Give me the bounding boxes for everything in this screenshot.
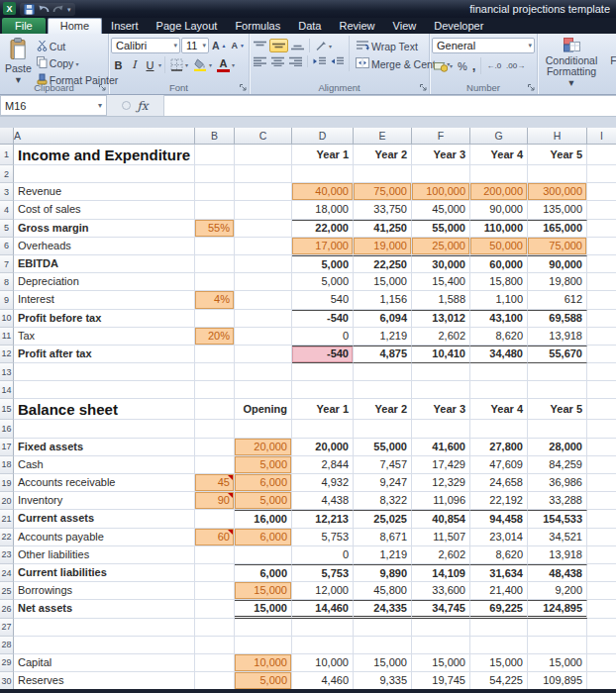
cell-F17[interactable]: 41,600 <box>412 439 470 456</box>
italic-button[interactable]: I <box>127 58 142 71</box>
cell-H30[interactable]: 109,895 <box>528 672 587 690</box>
cell-C4[interactable] <box>235 201 292 219</box>
cell-E18[interactable]: 7,457 <box>354 456 412 474</box>
cell-C19[interactable]: 6,000 <box>235 474 292 492</box>
cell-F15[interactable]: Year 3 <box>412 399 470 420</box>
cell-G30[interactable]: 54,225 <box>470 672 528 690</box>
cell-I21[interactable] <box>587 510 616 528</box>
row-header-20[interactable]: 20 <box>0 492 14 510</box>
cell-G22[interactable]: 23,014 <box>470 529 528 546</box>
row-header-17[interactable]: 17 <box>0 439 14 456</box>
cell-C29[interactable]: 10,000 <box>235 654 292 672</box>
increase-indent-icon[interactable] <box>329 55 346 67</box>
cell-B13[interactable] <box>195 363 235 381</box>
column-header-H[interactable]: H <box>528 128 587 145</box>
alignment-dialog-launcher-icon[interactable] <box>420 81 427 93</box>
cell-D4[interactable]: 18,000 <box>292 201 354 219</box>
cell-I7[interactable] <box>587 255 616 273</box>
percent-icon[interactable]: % <box>456 59 469 73</box>
cell-F16[interactable] <box>412 420 470 438</box>
cell-F28[interactable] <box>412 637 470 654</box>
cell-A21[interactable]: Current assets <box>14 510 195 528</box>
cell-H13[interactable] <box>528 363 587 381</box>
cell-G13[interactable] <box>470 363 528 381</box>
cell-B14[interactable] <box>195 381 235 399</box>
cell-B12[interactable] <box>195 346 235 363</box>
cell-G29[interactable]: 15,000 <box>470 654 528 672</box>
cell-I24[interactable] <box>587 564 616 582</box>
qat-customize-icon[interactable]: ▾ <box>67 6 71 13</box>
row-header-14[interactable]: 14 <box>0 381 14 399</box>
cell-D6[interactable]: 17,000 <box>292 238 354 255</box>
cell-B17[interactable] <box>195 439 235 456</box>
decrease-decimal-icon[interactable]: .00→ <box>504 60 527 71</box>
cell-G16[interactable] <box>470 420 528 438</box>
cell-C23[interactable] <box>235 546 292 564</box>
cell-A6[interactable]: Overheads <box>14 238 195 255</box>
cell-E4[interactable]: 33,750 <box>354 201 412 219</box>
cell-B26[interactable] <box>195 600 235 618</box>
row-header-7[interactable]: 7 <box>0 255 14 273</box>
cell-F3[interactable]: 100,000 <box>412 183 470 201</box>
cell-H20[interactable]: 33,288 <box>528 492 587 510</box>
cell-A17[interactable]: Fixed assets <box>14 439 195 456</box>
cell-E21[interactable]: 25,025 <box>354 510 412 528</box>
align-middle-icon[interactable] <box>269 39 288 52</box>
tab-page-layout[interactable]: Page Layout <box>148 18 227 34</box>
cell-I12[interactable] <box>587 346 616 363</box>
row-header-22[interactable]: 22 <box>0 529 14 546</box>
cell-G19[interactable]: 24,658 <box>470 474 528 492</box>
formula-input[interactable] <box>164 95 616 116</box>
cell-B29[interactable] <box>195 654 235 672</box>
row-header-5[interactable]: 5 <box>0 220 14 238</box>
cell-F9[interactable]: 1,588 <box>412 291 470 309</box>
cell-G24[interactable]: 31,634 <box>470 564 528 582</box>
cell-F29[interactable]: 15,000 <box>412 654 470 672</box>
cell-I1[interactable] <box>587 145 616 165</box>
cell-E25[interactable]: 45,800 <box>354 582 412 600</box>
name-box[interactable]: M16 ▾ <box>0 95 107 116</box>
cell-C8[interactable] <box>235 273 292 291</box>
cell-H25[interactable]: 9,200 <box>528 582 587 600</box>
font-dialog-launcher-icon[interactable] <box>240 81 247 93</box>
cell-G4[interactable]: 90,000 <box>470 201 528 219</box>
cell-A30[interactable]: Reserves <box>14 672 195 690</box>
row-header-9[interactable]: 9 <box>0 291 14 309</box>
cell-F4[interactable]: 45,000 <box>412 201 470 219</box>
cell-G21[interactable]: 94,458 <box>470 510 528 528</box>
row-header-25[interactable]: 25 <box>0 582 14 600</box>
cell-G11[interactable]: 8,620 <box>470 328 528 346</box>
cell-C12[interactable] <box>235 346 292 363</box>
cell-F21[interactable]: 40,854 <box>412 510 470 528</box>
cell-C27[interactable] <box>235 619 292 637</box>
cell-H19[interactable]: 36,986 <box>528 474 587 492</box>
cell-D28[interactable] <box>292 637 354 654</box>
cell-I25[interactable] <box>587 582 616 600</box>
cell-G2[interactable] <box>470 165 528 183</box>
cell-F14[interactable] <box>412 381 470 399</box>
cell-A3[interactable]: Revenue <box>14 183 195 201</box>
cell-H15[interactable]: Year 5 <box>528 399 587 420</box>
cell-C16[interactable] <box>235 420 292 438</box>
cell-H26[interactable]: 124,895 <box>528 600 587 618</box>
cell-D5[interactable]: 22,000 <box>292 220 354 238</box>
cell-A29[interactable]: Capital <box>14 654 195 672</box>
name-box-dropdown-icon[interactable]: ▾ <box>98 101 102 110</box>
cell-B23[interactable] <box>195 546 235 564</box>
cell-E2[interactable] <box>354 165 412 183</box>
row-header-23[interactable]: 23 <box>0 546 14 564</box>
cell-F26[interactable]: 34,745 <box>412 600 470 618</box>
format-as-table-button[interactable]: Format as Table <box>603 36 616 90</box>
cell-E3[interactable]: 75,000 <box>354 183 412 201</box>
cell-C14[interactable] <box>235 381 292 399</box>
comma-icon[interactable]: , <box>470 57 478 74</box>
cell-H21[interactable]: 154,533 <box>528 510 587 528</box>
select-all-corner[interactable] <box>0 128 14 145</box>
cell-D27[interactable] <box>292 619 354 637</box>
column-header-G[interactable]: G <box>470 128 528 145</box>
cell-A11[interactable]: Tax <box>14 328 195 346</box>
cell-E16[interactable] <box>354 420 412 438</box>
row-header-28[interactable]: 28 <box>0 637 14 654</box>
cell-E29[interactable]: 15,000 <box>354 654 412 672</box>
cell-C25[interactable]: 15,000 <box>235 582 292 600</box>
